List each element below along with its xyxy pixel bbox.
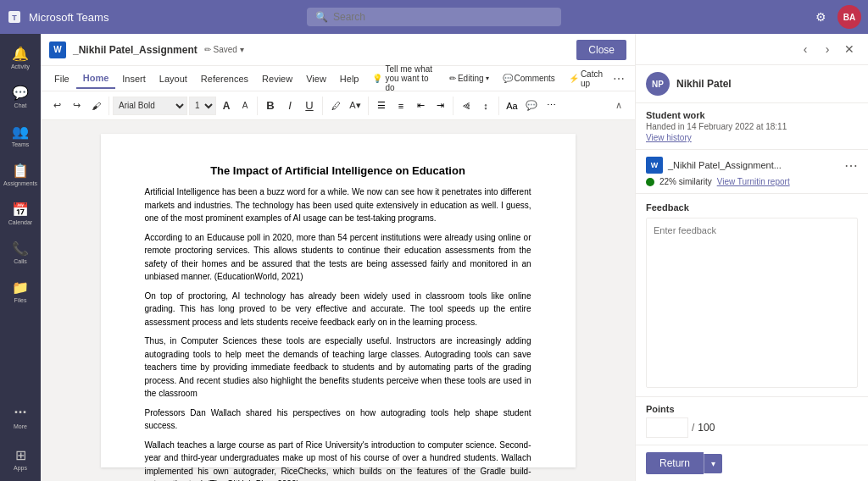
settings-icon[interactable]: ⚙	[809, 5, 832, 29]
tell-me-button[interactable]: 💡 Tell me what you want to do	[365, 61, 442, 96]
sidebar-item-calendar[interactable]: 📅 Calendar	[3, 195, 37, 232]
doc-para-0: Artificial Intelligence has been a buzz …	[145, 185, 531, 225]
comment-inline-button[interactable]: 💬	[522, 97, 541, 115]
sidebar-label-files: Files	[14, 297, 27, 303]
points-label: Points	[646, 404, 858, 414]
format-group-undo: ↩ ↪ 🖌	[47, 97, 109, 115]
file-name-row: W _Nikhil Patel_Assignment...	[646, 157, 782, 174]
similarity-percent: 22% similarity	[659, 177, 712, 186]
sidebar-item-chat[interactable]: 💬 Chat	[3, 78, 37, 115]
left-sidebar: 🔔 Activity 💬 Chat 👥 Teams 📋 Assignments …	[0, 34, 41, 481]
points-input[interactable]	[646, 417, 688, 438]
search-bar[interactable]: 🔍	[307, 8, 561, 26]
doc-para-3: Thus, in Computer Sciences these tools a…	[145, 334, 531, 401]
close-button[interactable]: Close	[576, 40, 626, 60]
points-section: Points / 100	[636, 396, 868, 445]
format-more-button[interactable]: ⋯	[542, 97, 560, 115]
tab-layout[interactable]: Layout	[153, 69, 194, 88]
return-button[interactable]: Return	[646, 452, 704, 474]
view-history-link[interactable]: View history	[646, 133, 858, 142]
search-icon: 🔍	[315, 11, 328, 23]
tab-references[interactable]: References	[194, 69, 255, 88]
catch-up-button[interactable]: ⚡ Catch up	[562, 66, 609, 91]
tab-insert[interactable]: Insert	[115, 69, 153, 88]
underline-button[interactable]: U	[300, 97, 319, 115]
font-size-select[interactable]: 11	[189, 97, 216, 115]
feedback-section: Feedback	[636, 194, 868, 396]
sidebar-item-files[interactable]: 📁 Files	[3, 273, 37, 310]
font-decrease-button[interactable]: A	[236, 97, 253, 115]
doc-para-5: Wallach teaches a large course as part o…	[145, 439, 531, 482]
editing-button[interactable]: ✏ Editing ▾	[442, 70, 496, 86]
format-painter-button[interactable]: 🖌	[86, 97, 105, 115]
similarity-dot	[646, 178, 654, 186]
sidebar-item-more[interactable]: ··· More	[3, 398, 37, 435]
reviewer-avatar: NP	[646, 72, 670, 96]
file-more-button[interactable]: ⋯	[844, 158, 858, 174]
feedback-label: Feedback	[646, 202, 858, 213]
catchup-icon: ⚡	[569, 74, 579, 83]
font-color-button[interactable]: A▾	[346, 97, 364, 115]
bullet-list-button[interactable]: ☰	[372, 97, 391, 115]
sidebar-label-calendar: Calendar	[8, 219, 32, 225]
calls-icon: 📞	[12, 240, 29, 257]
indent-increase-button[interactable]: ⇥	[431, 97, 449, 115]
sidebar-label-teams: Teams	[12, 141, 30, 147]
search-input[interactable]	[333, 11, 537, 23]
sidebar-label-calls: Calls	[14, 258, 27, 264]
sidebar-label-apps: Apps	[14, 465, 27, 471]
font-increase-button[interactable]: A	[218, 97, 235, 115]
align-left-button[interactable]: ⫷	[457, 97, 476, 115]
teams-icon: 👥	[12, 124, 29, 140]
sidebar-item-assignments[interactable]: 📋 Assignments	[3, 156, 37, 193]
feedback-input[interactable]	[646, 218, 858, 388]
highlight-button[interactable]: 🖊	[326, 97, 345, 115]
return-dropdown-button[interactable]: ▾	[704, 454, 722, 473]
number-list-button[interactable]: ≡	[392, 97, 410, 115]
file-info-section: W _Nikhil Patel_Assignment... ⋯ 22% simi…	[636, 150, 868, 194]
styles-button[interactable]: Aa	[503, 97, 521, 115]
comments-button[interactable]: 💬 Comments	[496, 70, 562, 86]
teams-logo-icon: T	[7, 9, 22, 25]
sidebar-item-apps[interactable]: ⊞ Apps	[3, 440, 37, 478]
tab-review[interactable]: Review	[255, 69, 299, 88]
bold-button[interactable]: B	[261, 97, 280, 115]
undo-button[interactable]: ↩	[47, 97, 66, 115]
document-area: W _Nikhil Patel_Assignment ✏ Saved ▾ Clo…	[41, 34, 635, 481]
tab-file[interactable]: File	[47, 69, 76, 88]
format-group-misc: Aa 💬 ⋯	[503, 97, 560, 115]
titlebar-right: ⚙ BA	[809, 5, 861, 29]
tab-home[interactable]: Home	[76, 69, 116, 89]
turnitin-link[interactable]: View Turnitin report	[717, 177, 790, 186]
student-work-subtitle: Handed in 14 February 2022 at 18:11	[646, 122, 858, 131]
doc-content: The Impact of Artificial Intelligence on…	[41, 120, 635, 481]
sidebar-label-activity: Activity	[11, 64, 30, 69]
sidebar-item-activity[interactable]: 🔔 Activity	[3, 39, 37, 76]
sidebar-item-calls[interactable]: 📞 Calls	[3, 234, 37, 271]
indent-decrease-button[interactable]: ⇤	[411, 97, 430, 115]
panel-close-button[interactable]: ✕	[839, 39, 860, 59]
sidebar-item-teams[interactable]: 👥 Teams	[3, 117, 37, 154]
tab-help[interactable]: Help	[333, 69, 366, 88]
user-avatar[interactable]: BA	[837, 5, 861, 29]
sidebar-label-assignments: Assignments	[3, 180, 37, 186]
calendar-icon: 📅	[12, 202, 29, 218]
tab-view[interactable]: View	[299, 69, 333, 88]
lightbulb-icon: 💡	[372, 74, 382, 83]
file-name-label: _Nikhil Patel_Assignment...	[668, 160, 782, 170]
italic-button[interactable]: I	[281, 97, 299, 115]
format-collapse-button[interactable]: ∧	[609, 97, 628, 115]
font-name-select[interactable]: Arial Bold	[113, 97, 187, 115]
points-separator: /	[692, 422, 694, 434]
more-ribbon-icon[interactable]: ⋯	[609, 69, 628, 89]
comment-icon: 💬	[503, 74, 513, 83]
line-spacing-button[interactable]: ↕	[476, 97, 495, 115]
right-panel: ‹ › ✕ NP Nikhil Patel Student work Hande…	[635, 34, 868, 481]
format-group-align: ⫷ ↕	[457, 97, 499, 115]
panel-next-button[interactable]: ›	[817, 39, 837, 59]
activity-icon: 🔔	[12, 46, 29, 62]
format-group-style: B I U	[261, 97, 323, 115]
reviewer-name: Nikhil Patel	[676, 78, 732, 90]
redo-button[interactable]: ↪	[67, 97, 86, 115]
panel-prev-button[interactable]: ‹	[795, 39, 815, 59]
